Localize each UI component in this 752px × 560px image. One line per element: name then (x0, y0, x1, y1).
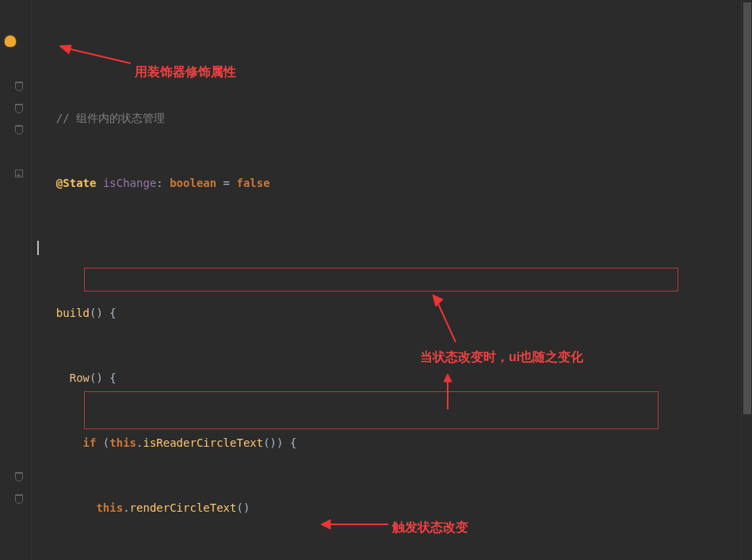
code-line[interactable] (43, 238, 752, 259)
fold-region-icon[interactable] (14, 104, 24, 113)
intention-bulb-icon[interactable] (5, 36, 16, 47)
code-line[interactable]: @State isChange: boolean = false (43, 173, 752, 194)
annotation-text: 当状态改变时，ui也随之变化 (420, 345, 583, 369)
scrollbar[interactable] (741, 0, 752, 560)
fold-region-icon[interactable] (14, 125, 24, 135)
code-line[interactable]: // 组件内的状态管理 (43, 108, 752, 129)
code-line[interactable]: if (this.isReaderCircleText()) { (43, 432, 752, 454)
fold-region-icon[interactable] (14, 472, 24, 482)
code-editor[interactable]: // 组件内的状态管理 @State isChange: boolean = f… (0, 0, 752, 560)
annotation-text: 触发状态改变 (392, 515, 468, 539)
text-cursor (37, 241, 39, 255)
annotation-text: 用装饰器修饰属性 (135, 59, 236, 84)
code-line[interactable]: build() { (43, 303, 752, 324)
fold-region-icon[interactable] (14, 82, 24, 91)
fold-region-icon[interactable] (14, 494, 24, 504)
code-line[interactable]: Row() { (43, 368, 752, 389)
gutter (0, 0, 32, 560)
scrollbar-thumb[interactable] (743, 2, 751, 414)
fold-expand-icon[interactable] (14, 169, 24, 178)
